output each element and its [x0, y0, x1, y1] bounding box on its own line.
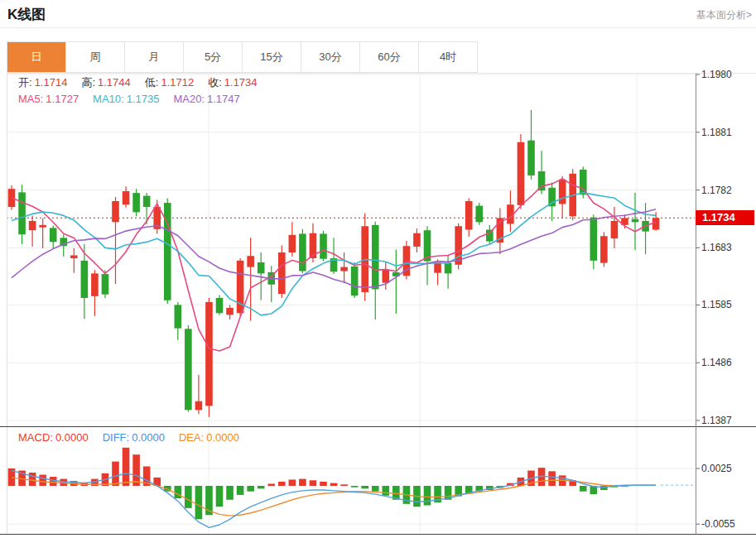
macd-bar: [112, 462, 119, 486]
candle-body: [611, 221, 619, 238]
ma-legend-ma5-value: 1.1727: [46, 93, 79, 105]
candle-body: [600, 236, 608, 262]
candle-body: [132, 193, 140, 212]
candle-body: [50, 228, 57, 242]
macd-bar: [351, 486, 359, 488]
tab-1-周[interactable]: 周: [66, 42, 125, 72]
candle-body: [143, 196, 151, 207]
candle-body: [518, 142, 525, 205]
macd-bar: [330, 483, 338, 486]
ma-legend-ma20-label: MA20:: [173, 93, 205, 105]
candle-body: [123, 191, 130, 204]
widget-header: K线图 基本面分析>: [0, 0, 756, 28]
macd-bar: [123, 448, 130, 486]
tab-3-5分[interactable]: 5分: [184, 42, 243, 72]
candle-body: [351, 267, 359, 295]
macd-legend-macd-value: 0.0000: [55, 431, 89, 444]
macd-bar: [340, 484, 348, 486]
candle-body: [383, 269, 390, 282]
macd-bar: [289, 479, 296, 486]
tab-4-15分[interactable]: 15分: [243, 42, 301, 72]
tab-5-30分[interactable]: 30分: [301, 42, 360, 72]
candle-body: [91, 273, 99, 295]
current-price-tag: 1.1734: [696, 210, 754, 225]
macd-legend-macd-label: MACD:: [18, 431, 53, 444]
candlestick-layer: [8, 110, 660, 417]
candle-body: [39, 225, 46, 228]
macd-bar: [237, 486, 244, 495]
price-tick-1.1387: 1.1387: [701, 414, 732, 427]
ohlc-legend-open-value: 1.1714: [35, 76, 68, 89]
macd-bar: [216, 486, 224, 507]
tab-6-60分[interactable]: 60分: [360, 42, 419, 72]
macd-bar: [267, 483, 275, 486]
ohlc-legend: 开:1.1714高:1.1744低:1.1712收:1.1734: [18, 75, 272, 90]
page-title: K线图: [7, 5, 46, 24]
candle-body: [216, 298, 224, 313]
candle-body: [299, 233, 306, 271]
price-tick-1.1683: 1.1683: [701, 241, 732, 254]
tab-7-4时[interactable]: 4时: [419, 42, 477, 72]
candle-body: [205, 302, 213, 406]
macd-histogram: [8, 448, 628, 520]
price-tick-1.1980: 1.1980: [701, 68, 732, 81]
price-tick-1.1585: 1.1585: [701, 298, 732, 311]
ma-legend-ma20-value: 1.1747: [207, 93, 240, 105]
candle-body: [559, 180, 566, 204]
ma-legend-ma10-label: MA10:: [93, 93, 124, 105]
price-tick-1.1881: 1.1881: [701, 126, 732, 139]
candle-body: [102, 274, 109, 295]
macd-bar: [424, 486, 431, 506]
candle-body: [486, 230, 494, 242]
ohlc-legend-low-label: 低:: [145, 76, 159, 89]
ohlc-legend-high-label: 高:: [81, 76, 95, 89]
macd-legend-dea-label: DEA:: [179, 431, 204, 444]
ohlc-legend-close-value: 1.1734: [224, 76, 258, 89]
candle-body: [185, 329, 192, 410]
candle-body: [112, 201, 119, 222]
candle-body: [372, 225, 379, 290]
candle-body: [29, 221, 36, 230]
macd-bar: [247, 486, 254, 492]
macd-bar: [580, 486, 587, 492]
candle-body: [81, 261, 89, 298]
candle-body: [247, 256, 254, 267]
candle-body: [652, 218, 660, 229]
candle-body: [195, 401, 203, 411]
ohlc-legend-open-label: 开:: [18, 76, 32, 89]
candle-body: [18, 192, 26, 234]
gridlines: [7, 74, 696, 535]
fundamental-analysis-link[interactable]: 基本面分析>: [696, 8, 752, 22]
macd-bar: [195, 486, 203, 519]
candle-body: [465, 201, 473, 230]
macd-tick--0.0055: -0.0055: [701, 517, 735, 531]
macd-legend-diff-label: DIFF:: [103, 431, 130, 444]
macd-bar: [175, 486, 182, 498]
candle-body: [632, 219, 639, 223]
price-tick-1.1486: 1.1486: [701, 356, 732, 369]
candle-body: [278, 252, 286, 294]
tab-0-日[interactable]: 日: [7, 42, 66, 72]
candle-body: [580, 170, 587, 195]
ohlc-legend-high-value: 1.1744: [98, 76, 131, 89]
macd-legend-diff-value: 0.0000: [132, 431, 165, 444]
candle-body: [445, 263, 452, 274]
macd-bar: [258, 486, 265, 488]
macd-tick-0.0025: 0.0025: [701, 462, 732, 475]
ohlc-legend-low-value: 1.1712: [161, 76, 194, 89]
macd-bar: [383, 486, 390, 496]
candle-body: [590, 218, 598, 261]
ohlc-legend-close-label: 收:: [208, 76, 222, 89]
price-tick-1.1782: 1.1782: [701, 184, 732, 197]
macd-bar: [299, 479, 306, 486]
candle-body: [226, 308, 234, 315]
candle-body: [475, 206, 483, 223]
candle-body: [434, 263, 441, 273]
candle-body: [70, 256, 78, 259]
macd-bar: [29, 473, 36, 486]
ma-legend-ma10-value: 1.1735: [127, 93, 160, 105]
macd-bar: [310, 480, 317, 486]
candle-body: [340, 267, 348, 271]
tab-2-月[interactable]: 月: [125, 42, 184, 72]
macd-bar: [548, 471, 556, 486]
